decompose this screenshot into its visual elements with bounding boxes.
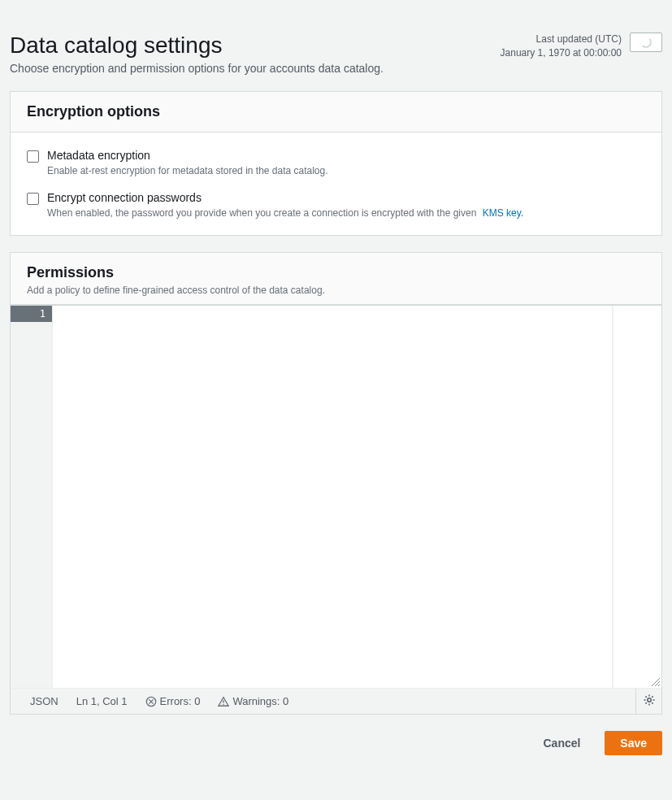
refresh-button[interactable]	[630, 33, 662, 52]
encrypt-passwords-row: Encrypt connection passwords When enable…	[27, 188, 645, 222]
line-number: 1	[11, 306, 52, 322]
warning-icon	[218, 696, 229, 707]
spinner-icon	[640, 37, 652, 48]
code-input[interactable]	[53, 306, 613, 688]
editor-gutter: 1	[11, 306, 53, 688]
encryption-heading: Encryption options	[27, 103, 645, 120]
error-icon	[145, 696, 157, 707]
encryption-panel: Encryption options Metadata encryption E…	[10, 91, 662, 236]
encrypt-passwords-label: Encrypt connection passwords	[47, 191, 523, 204]
metadata-encryption-desc: Enable at-rest encryption for metadata s…	[47, 165, 328, 176]
policy-editor: 1 JSON Ln 1, Col 1	[11, 305, 661, 714]
permissions-panel: Permissions Add a policy to define fine-…	[10, 252, 662, 715]
editor-lang: JSON	[30, 695, 59, 707]
editor-minimap	[613, 306, 661, 688]
encrypt-passwords-checkbox[interactable]	[27, 193, 39, 205]
page-header: Data catalog settings Choose encryption …	[10, 10, 662, 75]
last-updated-label: Last updated (UTC)	[501, 33, 622, 46]
save-button[interactable]: Save	[605, 731, 662, 755]
metadata-encryption-label: Metadata encryption	[47, 149, 328, 162]
metadata-encryption-checkbox[interactable]	[27, 150, 39, 163]
svg-point-9	[647, 698, 650, 702]
metadata-encryption-row: Metadata encryption Enable at-rest encry…	[27, 146, 645, 188]
page-title: Data catalog settings	[10, 33, 384, 59]
editor-errors: Errors: 0	[145, 695, 201, 707]
editor-warnings: Warnings: 0	[218, 695, 288, 707]
last-updated-value: January 1, 1970 at 00:00:00	[501, 46, 622, 60]
resize-handle[interactable]	[650, 676, 660, 686]
editor-status-bar: JSON Ln 1, Col 1 Errors: 0 Warnings: 0	[11, 688, 661, 714]
permissions-heading: Permissions	[27, 264, 645, 281]
svg-point-8	[223, 703, 224, 704]
cancel-button[interactable]: Cancel	[528, 731, 595, 755]
footer-actions: Cancel Save	[10, 731, 662, 755]
editor-settings-button[interactable]	[635, 689, 661, 715]
editor-cursor-position: Ln 1, Col 1	[76, 695, 128, 707]
encrypt-passwords-desc: When enabled, the password you provide w…	[47, 207, 523, 219]
gear-icon	[643, 693, 656, 709]
svg-line-2	[658, 685, 660, 686]
page-subtitle: Choose encryption and permission options…	[10, 62, 384, 75]
kms-key-link[interactable]: KMS key.	[483, 207, 523, 219]
permissions-sub: Add a policy to define fine-grained acce…	[27, 285, 645, 296]
